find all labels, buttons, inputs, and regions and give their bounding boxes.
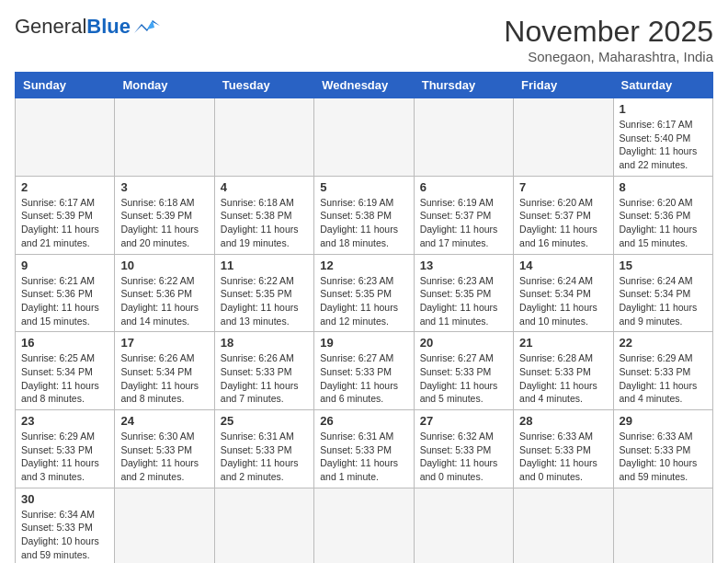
day-number: 7 <box>519 180 607 194</box>
title-section: November 2025 Sonegaon, Maharashtra, Ind… <box>504 15 713 64</box>
page-header: General Blue November 2025 Sonegaon, Mah… <box>15 15 713 64</box>
day-cell <box>314 98 414 177</box>
weekday-header-wednesday: Wednesday <box>314 73 414 98</box>
day-info: Sunrise: 6:24 AM Sunset: 5:34 PM Dayligh… <box>519 274 607 328</box>
day-number: 12 <box>320 259 407 272</box>
day-info: Sunrise: 6:30 AM Sunset: 5:33 PM Dayligh… <box>120 430 208 484</box>
day-info: Sunrise: 6:26 AM Sunset: 5:34 PM Dayligh… <box>120 351 208 406</box>
day-number: 25 <box>221 414 308 428</box>
day-cell: 3Sunrise: 6:18 AM Sunset: 5:39 PM Daylig… <box>115 176 214 254</box>
day-number: 28 <box>519 414 607 428</box>
day-cell: 23Sunrise: 6:29 AM Sunset: 5:33 PM Dayli… <box>16 410 115 488</box>
day-cell: 14Sunrise: 6:24 AM Sunset: 5:34 PM Dayli… <box>514 254 613 332</box>
day-info: Sunrise: 6:33 AM Sunset: 5:33 PM Dayligh… <box>519 430 607 484</box>
day-cell: 4Sunrise: 6:18 AM Sunset: 5:38 PM Daylig… <box>214 176 313 254</box>
weekday-header-sunday: Sunday <box>16 73 115 98</box>
day-info: Sunrise: 6:27 AM Sunset: 5:33 PM Dayligh… <box>420 351 507 406</box>
logo-general-text: General <box>15 15 86 39</box>
day-cell: 22Sunrise: 6:29 AM Sunset: 5:33 PM Dayli… <box>613 332 712 410</box>
day-cell: 8Sunrise: 6:20 AM Sunset: 5:36 PM Daylig… <box>613 176 712 254</box>
day-cell: 29Sunrise: 6:33 AM Sunset: 5:33 PM Dayli… <box>613 410 712 488</box>
week-row-1: 1Sunrise: 6:17 AM Sunset: 5:40 PM Daylig… <box>16 98 713 177</box>
day-info: Sunrise: 6:27 AM Sunset: 5:33 PM Dayligh… <box>320 351 407 406</box>
day-cell <box>115 98 214 177</box>
day-number: 11 <box>221 259 308 272</box>
day-cell <box>214 98 313 177</box>
day-cell: 17Sunrise: 6:26 AM Sunset: 5:34 PM Dayli… <box>115 332 214 410</box>
day-number: 16 <box>21 336 108 350</box>
svg-marker-0 <box>134 20 160 33</box>
day-number: 30 <box>21 492 108 506</box>
calendar-table: SundayMondayTuesdayWednesdayThursdayFrid… <box>15 72 713 563</box>
day-number: 4 <box>221 180 308 194</box>
day-cell: 21Sunrise: 6:28 AM Sunset: 5:33 PM Dayli… <box>514 332 613 410</box>
day-cell: 11Sunrise: 6:22 AM Sunset: 5:35 PM Dayli… <box>214 254 313 332</box>
day-number: 20 <box>420 336 507 350</box>
day-cell: 18Sunrise: 6:26 AM Sunset: 5:33 PM Dayli… <box>214 332 313 410</box>
week-row-4: 16Sunrise: 6:25 AM Sunset: 5:34 PM Dayli… <box>16 332 713 410</box>
day-cell: 30Sunrise: 6:34 AM Sunset: 5:33 PM Dayli… <box>16 488 115 563</box>
week-row-5: 23Sunrise: 6:29 AM Sunset: 5:33 PM Dayli… <box>16 410 713 488</box>
day-info: Sunrise: 6:18 AM Sunset: 5:38 PM Dayligh… <box>221 196 308 250</box>
day-info: Sunrise: 6:20 AM Sunset: 5:36 PM Dayligh… <box>620 196 707 250</box>
weekday-header-friday: Friday <box>514 73 613 98</box>
day-cell: 7Sunrise: 6:20 AM Sunset: 5:37 PM Daylig… <box>514 176 613 254</box>
day-number: 5 <box>320 180 407 194</box>
day-number: 29 <box>620 414 707 428</box>
day-cell: 9Sunrise: 6:21 AM Sunset: 5:36 PM Daylig… <box>16 254 115 332</box>
day-cell <box>414 98 513 177</box>
day-info: Sunrise: 6:23 AM Sunset: 5:35 PM Dayligh… <box>320 274 407 328</box>
day-info: Sunrise: 6:29 AM Sunset: 5:33 PM Dayligh… <box>21 430 108 484</box>
month-title: November 2025 <box>504 15 713 49</box>
day-number: 1 <box>620 102 707 116</box>
day-number: 19 <box>320 336 407 350</box>
week-row-3: 9Sunrise: 6:21 AM Sunset: 5:36 PM Daylig… <box>16 254 713 332</box>
day-number: 6 <box>420 180 507 194</box>
day-info: Sunrise: 6:29 AM Sunset: 5:33 PM Dayligh… <box>620 351 707 406</box>
day-cell <box>16 98 115 177</box>
day-info: Sunrise: 6:21 AM Sunset: 5:36 PM Dayligh… <box>21 274 108 328</box>
day-number: 2 <box>21 180 108 194</box>
day-number: 13 <box>420 259 507 272</box>
day-info: Sunrise: 6:17 AM Sunset: 5:39 PM Dayligh… <box>21 196 108 250</box>
day-number: 23 <box>21 414 108 428</box>
day-number: 8 <box>620 180 707 194</box>
day-cell <box>414 488 513 563</box>
weekday-header-saturday: Saturday <box>613 73 712 98</box>
day-number: 26 <box>320 414 407 428</box>
week-row-6: 30Sunrise: 6:34 AM Sunset: 5:33 PM Dayli… <box>16 488 713 563</box>
day-info: Sunrise: 6:22 AM Sunset: 5:36 PM Dayligh… <box>120 274 208 328</box>
day-info: Sunrise: 6:22 AM Sunset: 5:35 PM Dayligh… <box>221 274 308 328</box>
weekday-header-tuesday: Tuesday <box>214 73 313 98</box>
day-info: Sunrise: 6:28 AM Sunset: 5:33 PM Dayligh… <box>519 351 607 406</box>
day-number: 10 <box>120 259 208 272</box>
day-cell <box>214 488 313 563</box>
day-cell <box>514 488 613 563</box>
day-info: Sunrise: 6:31 AM Sunset: 5:33 PM Dayligh… <box>320 430 407 484</box>
weekday-header-thursday: Thursday <box>414 73 513 98</box>
day-info: Sunrise: 6:20 AM Sunset: 5:37 PM Dayligh… <box>519 196 607 250</box>
weekday-header-row: SundayMondayTuesdayWednesdayThursdayFrid… <box>16 73 713 98</box>
day-info: Sunrise: 6:32 AM Sunset: 5:33 PM Dayligh… <box>420 430 507 484</box>
day-info: Sunrise: 6:31 AM Sunset: 5:33 PM Dayligh… <box>221 430 308 484</box>
day-cell: 24Sunrise: 6:30 AM Sunset: 5:33 PM Dayli… <box>115 410 214 488</box>
day-number: 18 <box>221 336 308 350</box>
day-info: Sunrise: 6:17 AM Sunset: 5:40 PM Dayligh… <box>620 118 707 172</box>
logo: General Blue <box>15 15 160 39</box>
day-info: Sunrise: 6:19 AM Sunset: 5:37 PM Dayligh… <box>420 196 507 250</box>
day-cell <box>314 488 414 563</box>
day-cell: 12Sunrise: 6:23 AM Sunset: 5:35 PM Dayli… <box>314 254 414 332</box>
day-number: 14 <box>519 259 607 272</box>
day-info: Sunrise: 6:26 AM Sunset: 5:33 PM Dayligh… <box>221 351 308 406</box>
day-cell: 15Sunrise: 6:24 AM Sunset: 5:34 PM Dayli… <box>613 254 712 332</box>
day-info: Sunrise: 6:25 AM Sunset: 5:34 PM Dayligh… <box>21 351 108 406</box>
day-cell: 19Sunrise: 6:27 AM Sunset: 5:33 PM Dayli… <box>314 332 414 410</box>
day-cell: 1Sunrise: 6:17 AM Sunset: 5:40 PM Daylig… <box>613 98 712 177</box>
day-number: 22 <box>620 336 707 350</box>
day-info: Sunrise: 6:19 AM Sunset: 5:38 PM Dayligh… <box>320 196 407 250</box>
day-cell: 5Sunrise: 6:19 AM Sunset: 5:38 PM Daylig… <box>314 176 414 254</box>
day-cell: 13Sunrise: 6:23 AM Sunset: 5:35 PM Dayli… <box>414 254 513 332</box>
day-cell: 28Sunrise: 6:33 AM Sunset: 5:33 PM Dayli… <box>514 410 613 488</box>
day-cell: 6Sunrise: 6:19 AM Sunset: 5:37 PM Daylig… <box>414 176 513 254</box>
day-cell <box>613 488 712 563</box>
